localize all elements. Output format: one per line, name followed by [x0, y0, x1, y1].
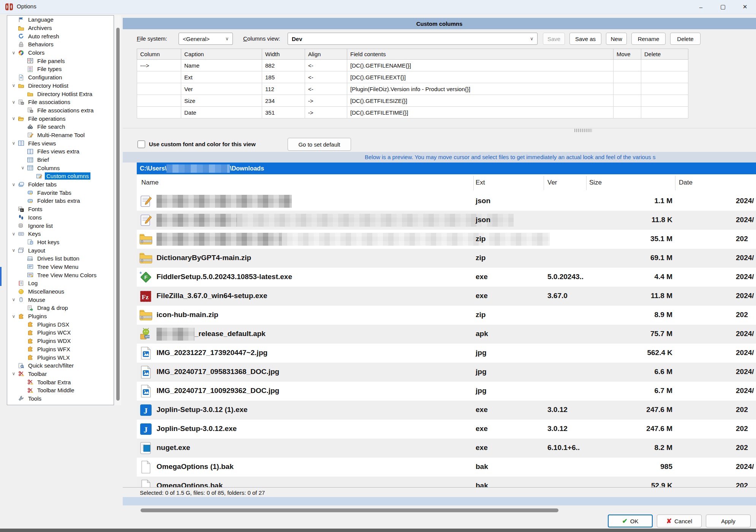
minimize-button[interactable]: –	[690, 0, 712, 14]
preview-row[interactable]: json1.1 M2024/	[137, 192, 756, 211]
chevron-expanded-icon[interactable]: ∨	[9, 182, 18, 187]
preview-row[interactable]: OmegaOptions.bakbak52.9 K202	[137, 477, 756, 487]
col-cell[interactable]	[137, 107, 181, 118]
sidebar-item-file-associations[interactable]: ∨File associations	[7, 98, 114, 106]
align-cell[interactable]: ->	[305, 95, 347, 107]
col-cell[interactable]	[137, 95, 181, 107]
sidebar-item-configuration[interactable]: Configuration	[7, 73, 114, 82]
col-header-ext[interactable]: Ext	[476, 179, 485, 186]
move-cell[interactable]	[614, 107, 641, 118]
col-cell[interactable]	[137, 83, 181, 95]
apply-button[interactable]: Apply	[706, 515, 751, 527]
field-cell[interactable]: [DC().GETFILENAME{}]	[347, 60, 614, 71]
cancel-button[interactable]: ✘ Cancel	[657, 515, 702, 527]
sidebar-item-plugins-wdx[interactable]: Plugins WDX	[7, 337, 114, 345]
move-cell[interactable]	[614, 95, 641, 107]
preview-row[interactable]: DictionaryByGPT4-main.zipzip69.1 M2024/	[137, 249, 756, 268]
sidebar-item-toolbar-extra[interactable]: Toolbar Extra	[7, 378, 114, 386]
config-row[interactable]: Ver112<-[Plugin(FileDiz).Version info - …	[137, 83, 688, 95]
sidebar-item-plugins[interactable]: ∨Plugins	[7, 312, 114, 320]
move-cell[interactable]	[614, 60, 641, 71]
chevron-expanded-icon[interactable]: ∨	[19, 165, 27, 170]
sidebar-item-colors[interactable]: ∨Colors	[7, 49, 114, 57]
chevron-expanded-icon[interactable]: ∨	[9, 99, 18, 105]
chevron-expanded-icon[interactable]: ∨	[9, 314, 18, 319]
sidebar-item-file-types[interactable]: File types	[7, 65, 114, 73]
maximize-button[interactable]: ▢	[712, 0, 734, 14]
delete-button[interactable]: Delete	[670, 33, 701, 45]
sidebar-item-tools[interactable]: Tools	[7, 395, 114, 403]
sidebar-item-multi-rename-tool[interactable]: Multi-Rename Tool	[7, 131, 114, 139]
sidebar-item-brief[interactable]: Brief	[7, 156, 114, 164]
align-cell[interactable]: <-	[305, 60, 347, 71]
sidebar-item-files-views[interactable]: ∨Files views	[7, 139, 114, 147]
sidebar-item-tree-view-menu[interactable]: Tree View Menu	[7, 263, 114, 271]
delete-cell[interactable]	[641, 71, 688, 83]
sidebar-item-drives-list-button[interactable]: Drives list button	[7, 254, 114, 263]
preview-row[interactable]: IMG_20240717_100929362_DOC.jpgjpg6.7 M20…	[137, 382, 756, 401]
config-col-header-field-contents[interactable]: Field contents	[347, 49, 614, 60]
config-col-header-caption[interactable]: Caption	[181, 49, 262, 60]
config-col-header-align[interactable]: Align	[305, 49, 347, 60]
sidebar-scrollbar[interactable]	[115, 15, 121, 405]
chevron-expanded-icon[interactable]: ∨	[9, 83, 18, 88]
chevron-expanded-icon[interactable]: ∨	[9, 371, 18, 376]
close-button[interactable]: ✕	[734, 0, 756, 14]
sidebar-item-icons[interactable]: Icons	[7, 213, 114, 222]
sidebar-item-toolbar-middle[interactable]: Toolbar Middle	[7, 386, 114, 395]
config-row[interactable]: Date351->[DC().GETFILETIME{}]	[137, 107, 688, 118]
sidebar-item-tree-view-menu-colors[interactable]: Tree View Menu Colors	[7, 271, 114, 279]
sidebar-item-directory-hotlist[interactable]: ∨Directory Hotlist	[7, 82, 114, 90]
sidebar-item-quick-search-filter[interactable]: Quick search/filter	[7, 362, 114, 370]
sidebar-item-keys[interactable]: ∨Keys	[7, 230, 114, 238]
preview-row[interactable]: FzFileZilla_3.67.0_win64-setup.exeexe3.6…	[137, 287, 756, 306]
preview-path-bar[interactable]: C:\Users\ \Downloads	[137, 163, 756, 174]
col-header-size[interactable]: Size	[589, 179, 602, 186]
sidebar-item-mouse[interactable]: ∨Mouse	[7, 295, 114, 304]
sidebar-item-language[interactable]: Language	[7, 16, 114, 24]
caption-cell[interactable]: Ver	[181, 83, 262, 95]
config-col-header-delete[interactable]: Delete	[641, 49, 688, 60]
sidebar-item-folder-tabs[interactable]: ∨Folder tabs	[7, 180, 114, 189]
align-cell[interactable]: ->	[305, 107, 347, 118]
preview-row[interactable]: APK_release_default.apkapk75.7 M2024/	[137, 325, 756, 344]
splitter-handle[interactable]	[574, 129, 592, 132]
field-cell[interactable]: [DC().GETFILESIZE{}]	[347, 95, 614, 107]
sidebar-item-file-search[interactable]: File search	[7, 123, 114, 131]
sidebar-scrollbar-thumb[interactable]	[116, 28, 120, 401]
preview-row[interactable]: zip35.1 M202	[137, 230, 756, 249]
new-button[interactable]: New	[606, 33, 627, 45]
col-cell[interactable]: --->	[137, 60, 181, 71]
config-col-header-move[interactable]: Move	[614, 49, 641, 60]
config-col-header-column[interactable]: Column	[137, 49, 181, 60]
columns-view-select[interactable]: Dev ∨	[288, 33, 538, 45]
chevron-expanded-icon[interactable]: ∨	[9, 231, 18, 237]
ok-button[interactable]: ✔ OK	[608, 515, 653, 527]
columns-config-table[interactable]: ColumnCaptionWidthAlignField contentsMov…	[137, 49, 688, 118]
sidebar-item-archivers[interactable]: Archivers	[7, 24, 114, 32]
file-system-select[interactable]: <General> ∨	[179, 33, 233, 45]
save-as-button[interactable]: Save as	[569, 33, 601, 45]
field-cell[interactable]: [DC().GETFILETIME{}]	[347, 107, 614, 118]
use-custom-font-checkbox[interactable]	[138, 140, 145, 148]
save-button[interactable]: Save	[543, 33, 565, 45]
preview-row[interactable]: nuget.exeexe6.10.1+6..8.2 M202	[137, 439, 756, 458]
sidebar-item-drag-drop[interactable]: Drag & drop	[7, 304, 114, 312]
field-cell[interactable]: [DC().GETFILEEXT{}]	[347, 71, 614, 83]
col-header-date[interactable]: Date	[679, 179, 693, 186]
sidebar-item-files-views-extra[interactable]: Files views extra	[7, 147, 114, 156]
col-header-name[interactable]: Name	[141, 179, 158, 186]
sidebar-item-behaviors[interactable]: Behaviors	[7, 40, 114, 49]
move-cell[interactable]	[614, 83, 641, 95]
sidebar-item-plugins-wcx[interactable]: Plugins WCX	[7, 328, 114, 337]
config-row[interactable]: Ext185<-[DC().GETFILEEXT{}]	[137, 71, 688, 83]
sidebar-item-toolbar[interactable]: ∨Toolbar	[7, 370, 114, 378]
col-cell[interactable]	[137, 71, 181, 83]
col-header-ver[interactable]: Ver	[547, 179, 557, 186]
field-cell[interactable]: [Plugin(FileDiz).Version info - Product …	[347, 83, 614, 95]
sidebar-item-favorite-tabs[interactable]: Favorite Tabs	[7, 188, 114, 197]
preview-row[interactable]: json11.8 K2024/	[137, 211, 756, 230]
sidebar-item-file-associations-extra[interactable]: File associations extra	[7, 106, 114, 115]
move-cell[interactable]	[614, 71, 641, 83]
chevron-expanded-icon[interactable]: ∨	[9, 116, 18, 121]
